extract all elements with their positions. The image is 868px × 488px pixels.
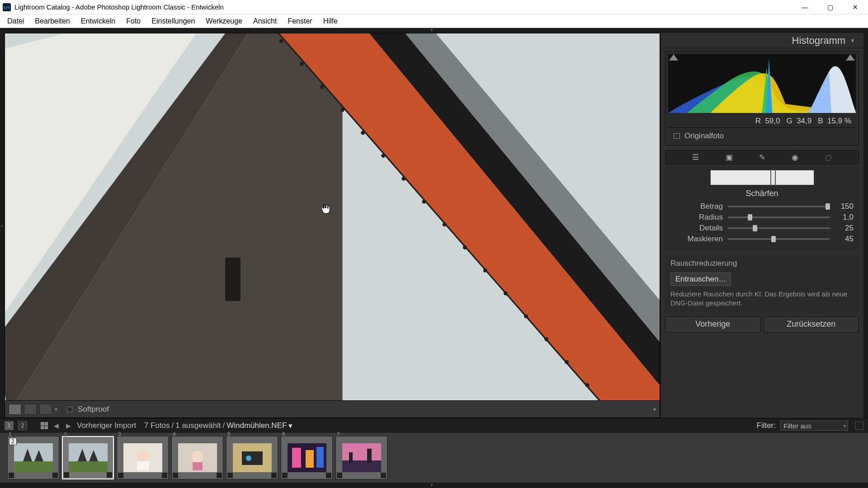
view-mode-caret-icon[interactable]: ▾: [55, 406, 57, 413]
histogram-header[interactable]: Histogramm ▼: [660, 33, 863, 48]
thumbnail-5[interactable]: 5: [226, 436, 278, 479]
menu-hilfe[interactable]: Hilfe: [318, 15, 343, 27]
selected-count: 1 ausgewählt: [175, 421, 221, 430]
svg-point-11: [300, 62, 304, 66]
badge-icon: [118, 473, 123, 478]
filmstrip-area: 1 2 ◀ ▶ Vorheriger Import 7 Fotos / 1 au…: [0, 418, 868, 483]
filmstrip-header: 1 2 ◀ ▶ Vorheriger Import 7 Fotos / 1 au…: [0, 418, 868, 433]
sharpen-preview[interactable]: [710, 170, 814, 185]
svg-rect-51: [367, 449, 372, 463]
photo-count: 7 Fotos: [144, 421, 170, 430]
nav-forward-icon[interactable]: ▶: [65, 422, 72, 429]
menu-ansicht[interactable]: Ansicht: [248, 15, 282, 27]
details-value[interactable]: 25: [835, 224, 854, 233]
chevron-down-icon: ▼: [850, 38, 855, 44]
workspace: ▸: [0, 28, 868, 488]
maskieren-value[interactable]: 45: [835, 235, 854, 244]
menu-werkzeuge[interactable]: Werkzeuge: [200, 15, 248, 27]
maskieren-label: Maskieren: [670, 235, 723, 244]
crop-tool-icon[interactable]: ▣: [726, 153, 733, 162]
maximize-button[interactable]: ▢: [817, 0, 843, 14]
toolbar-menu-caret-icon[interactable]: ▾: [653, 406, 656, 413]
view-single-button[interactable]: [9, 404, 21, 415]
view-split-button[interactable]: [39, 404, 52, 415]
histogram-title: Histogramm: [792, 35, 846, 47]
image-area: ▾ Softproof ▾: [5, 33, 660, 418]
local-tools-strip: ☰ ▣ ✎ ◉ ◌: [665, 150, 859, 164]
svg-rect-31: [69, 443, 108, 461]
badge-icon: [64, 472, 69, 478]
menu-fenster[interactable]: Fenster: [282, 15, 317, 27]
filter-select[interactable]: Filter aus: [780, 421, 848, 431]
previous-button[interactable]: Vorherige: [665, 316, 761, 333]
photo-preview[interactable]: [5, 33, 660, 400]
maskieren-slider[interactable]: [727, 238, 830, 240]
monitor-2-button[interactable]: 2: [18, 421, 27, 430]
radius-value[interactable]: 1,0: [835, 213, 854, 222]
svg-point-20: [483, 268, 487, 272]
right-panel-toggle[interactable]: [863, 33, 868, 418]
grid-view-icon[interactable]: [41, 422, 48, 429]
filmstrip[interactable]: 1 2 2 3 4 5: [0, 433, 868, 483]
reset-button[interactable]: Zurücksetzen: [764, 316, 859, 333]
thumbnail-2[interactable]: 2: [62, 436, 114, 479]
softproof-checkbox[interactable]: [67, 407, 72, 412]
left-panel-toggle[interactable]: ▸: [0, 33, 5, 418]
svg-rect-47: [316, 447, 324, 468]
svg-rect-49: [342, 460, 381, 472]
noise-title: Rauschreduzierung: [670, 259, 854, 268]
window-title: Lightroom Catalog - Adobe Photoshop Ligh…: [14, 3, 792, 11]
svg-rect-42: [242, 451, 263, 465]
menu-datei[interactable]: Datei: [2, 15, 29, 27]
menu-foto[interactable]: Foto: [121, 15, 146, 27]
mask-tool-icon[interactable]: ◌: [825, 153, 832, 162]
svg-rect-28: [14, 461, 53, 472]
svg-point-36: [137, 450, 149, 462]
original-photo-label: Originalfoto: [684, 131, 724, 141]
badge-icon: [381, 473, 386, 478]
filmstrip-path[interactable]: Vorheriger Import 7 Fotos / 1 ausgewählt…: [77, 421, 292, 431]
svg-point-12: [320, 85, 324, 89]
heal-tool-icon[interactable]: ✎: [759, 153, 765, 162]
titlebar: Lrc Lightroom Catalog - Adobe Photoshop …: [0, 0, 868, 14]
edit-sliders-tool-icon[interactable]: ☰: [692, 153, 699, 162]
svg-rect-46: [306, 450, 314, 468]
svg-point-14: [361, 131, 365, 135]
badge-icon: [337, 473, 342, 478]
menu-einstellungen[interactable]: Einstellungen: [146, 15, 200, 27]
radius-label: Radius: [670, 213, 723, 222]
sharpen-title: Schärfen: [670, 189, 854, 198]
view-compare-button[interactable]: [24, 404, 37, 415]
top-panel-toggle[interactable]: [0, 28, 868, 33]
betrag-slider[interactable]: [727, 206, 830, 207]
redeye-tool-icon[interactable]: ◉: [792, 153, 798, 162]
minimize-button[interactable]: —: [792, 0, 817, 14]
original-photo-toggle[interactable]: Originalfoto: [668, 127, 856, 144]
badge-icon: [282, 473, 288, 478]
details-slider[interactable]: [727, 227, 830, 229]
badge-icon: [162, 473, 167, 478]
thumbnail-3[interactable]: 3: [117, 436, 169, 479]
thumbnail-4[interactable]: 4: [171, 436, 223, 479]
sharpen-panel: Schärfen Betrag 150 Radius 1,0 Details 2…: [665, 166, 859, 251]
menu-bearbeiten[interactable]: Bearbeiten: [29, 15, 75, 27]
thumbnail-7[interactable]: 7: [335, 436, 387, 479]
svg-rect-40: [193, 462, 203, 470]
svg-rect-27: [14, 443, 53, 461]
menubar: Datei Bearbeiten Entwickeln Foto Einstel…: [0, 14, 868, 28]
bottom-panel-toggle[interactable]: [0, 483, 868, 488]
denoise-button[interactable]: Entrauschen…: [670, 272, 731, 286]
nav-back-icon[interactable]: ◀: [52, 422, 60, 429]
filter-lock-icon[interactable]: [855, 422, 863, 430]
filename-caret-icon[interactable]: ▾: [288, 421, 292, 431]
thumbnail-1[interactable]: 1 2: [7, 436, 59, 479]
radius-slider[interactable]: [727, 216, 830, 218]
close-button[interactable]: ✕: [843, 0, 868, 14]
betrag-value[interactable]: 150: [835, 202, 854, 211]
histogram-display[interactable]: [668, 54, 856, 113]
monitor-1-button[interactable]: 1: [5, 421, 14, 430]
hand-cursor-icon: [319, 202, 332, 215]
svg-rect-32: [69, 461, 108, 472]
menu-entwickeln[interactable]: Entwickeln: [75, 15, 121, 27]
thumbnail-6[interactable]: 6: [281, 436, 333, 479]
